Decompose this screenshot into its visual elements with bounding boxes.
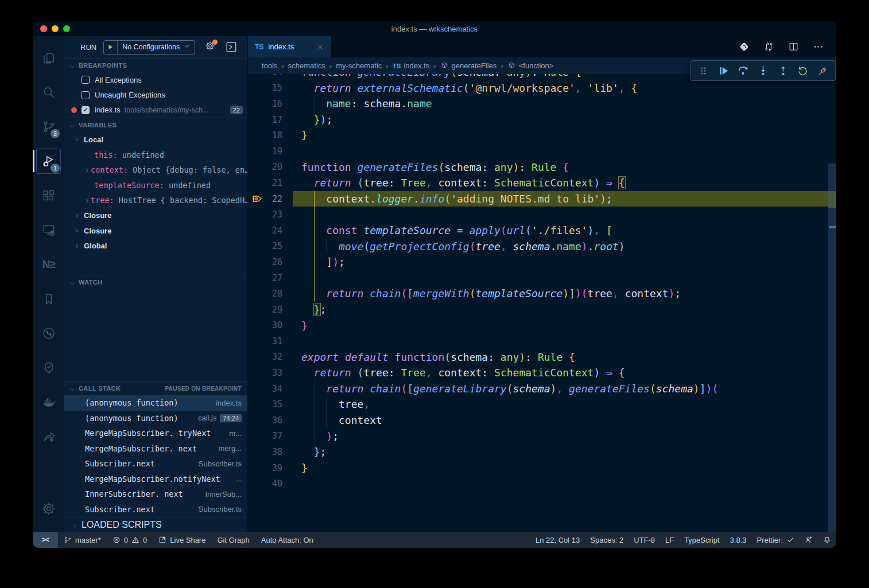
code-text[interactable]: context: [293, 412, 836, 429]
gutter-line-30[interactable]: 30: [248, 318, 293, 334]
launch-config-dropdown[interactable]: No Configurations: [103, 40, 195, 54]
code-viewport[interactable]: 14function generateLibrary(schema: any):…: [248, 74, 836, 532]
statusbar-item-git-graph[interactable]: Git Graph: [211, 532, 255, 548]
step-into-icon[interactable]: [756, 63, 771, 78]
call-stack-frame[interactable]: MergeMapSubscriber._nextmerg...: [64, 441, 247, 457]
code-line[interactable]: 40: [248, 476, 836, 492]
code-line[interactable]: 21 return (tree: Tree, context: Schemati…: [248, 175, 836, 191]
code-text[interactable]: [293, 333, 836, 349]
gutter-line-29[interactable]: 29: [248, 302, 293, 318]
step-out-icon[interactable]: [775, 63, 790, 78]
code-line[interactable]: 23: [248, 207, 836, 223]
configure-gear-button[interactable]: [205, 41, 215, 53]
code-text[interactable]: );: [293, 429, 836, 445]
call-stack-frame[interactable]: (anonymous function)call.js74:24: [64, 411, 247, 426]
variable-scope-closure[interactable]: Closure: [64, 208, 247, 224]
call-stack-header[interactable]: CALL STACK PAUSED ON BREAKPOINT: [64, 381, 247, 395]
statusbar-item[interactable]: [800, 532, 818, 548]
code-text[interactable]: move(getProjectConfig(tree, schema.name)…: [293, 239, 836, 255]
code-text[interactable]: [293, 476, 836, 492]
close-window-button[interactable]: [40, 25, 47, 32]
code-line[interactable]: 38 };: [248, 444, 836, 460]
breakpoint-checkbox[interactable]: [82, 76, 90, 84]
activity-item-nx-console[interactable]: N≥: [33, 247, 64, 282]
split-editor-icon[interactable]: [788, 41, 799, 52]
code-line[interactable]: 20function generateFiles(schema: any): R…: [248, 159, 836, 176]
gutter-line-19[interactable]: 19: [248, 143, 293, 159]
breadcrumb-item[interactable]: schematics: [288, 61, 325, 70]
gutter-line-21[interactable]: 21: [248, 175, 293, 191]
gutter-line-35[interactable]: 35: [248, 396, 293, 412]
code-line[interactable]: 26 ]);: [248, 254, 836, 270]
code-text[interactable]: }: [293, 460, 836, 476]
code-text[interactable]: }: [293, 318, 836, 334]
gutter-line-26[interactable]: 26: [248, 254, 293, 270]
open-changes-icon[interactable]: [739, 41, 750, 52]
statusbar-item-lf[interactable]: LF: [660, 532, 679, 548]
gutter-line-24[interactable]: 24: [248, 223, 293, 239]
breakpoint-item[interactable]: Uncaught Exceptions: [64, 87, 247, 102]
statusbar-item-3-8-3[interactable]: 3.8.3: [725, 532, 752, 548]
gutter-line-15[interactable]: 15: [248, 80, 293, 96]
code-text[interactable]: });: [293, 112, 836, 128]
statusbar-item-spaces-2[interactable]: Spaces: 2: [585, 532, 629, 548]
code-text[interactable]: export default function(schema: any): Ru…: [293, 349, 836, 365]
code-line[interactable]: 35 tree,: [248, 396, 836, 412]
breakpoint-item[interactable]: All Exceptions: [64, 72, 247, 87]
code-line[interactable]: 25 move(getProjectConfig(tree, schema.na…: [248, 239, 836, 255]
gutter-line-40[interactable]: 40: [248, 476, 293, 492]
more-actions-icon[interactable]: [813, 41, 824, 52]
code-line[interactable]: 28 return chain([mergeWith(templateSourc…: [248, 286, 836, 302]
variable-item[interactable]: this:undefined: [64, 147, 247, 163]
continue-icon[interactable]: [716, 63, 731, 78]
code-text[interactable]: [293, 143, 836, 159]
compare-changes-icon[interactable]: [763, 41, 774, 52]
code-line[interactable]: 32export default function(schema: any): …: [248, 349, 836, 365]
activity-item-git-graph-circle[interactable]: [33, 316, 64, 351]
code-text[interactable]: };: [293, 302, 836, 318]
code-text[interactable]: [293, 207, 836, 223]
breadcrumb-item[interactable]: tools: [262, 61, 277, 70]
restart-icon[interactable]: [796, 63, 810, 78]
code-text[interactable]: return externalSchematic('@nrwl/workspac…: [293, 80, 836, 96]
gutter-line-25[interactable]: 25: [248, 239, 293, 255]
activity-item-bookmarks[interactable]: [33, 282, 64, 316]
gutter-line-14[interactable]: 14: [248, 74, 293, 80]
gutter-line-28[interactable]: 28: [248, 286, 293, 302]
tab-index-ts[interactable]: TS index.ts: [248, 36, 331, 57]
code-text[interactable]: context.logger.info('adding NOTES.md to …: [293, 191, 836, 207]
activity-item-run-debug[interactable]: 1: [33, 144, 64, 178]
gutter-line-22[interactable]: 22: [248, 191, 293, 207]
step-over-icon[interactable]: [736, 63, 751, 78]
code-line[interactable]: 31: [248, 333, 836, 349]
call-stack-frame[interactable]: MergeMapSubscriber._tryNextm...: [64, 426, 247, 441]
statusbar-item-live-share[interactable]: Live Share: [153, 532, 211, 548]
gutter-line-18[interactable]: 18: [248, 127, 293, 143]
breakpoint-checkbox[interactable]: [82, 91, 90, 99]
code-line[interactable]: 22 context.logger.info('adding NOTES.md …: [248, 191, 836, 207]
activity-item-share[interactable]: [33, 419, 64, 454]
code-line[interactable]: 34 return chain([generateLibrary(schema)…: [248, 381, 836, 397]
statusbar-item-ln-22-col-13[interactable]: Ln 22, Col 13: [530, 532, 585, 548]
gutter-line-32[interactable]: 32: [248, 349, 293, 365]
code-text[interactable]: return (tree: Tree, context: SchematicCo…: [293, 365, 836, 381]
call-stack-frame[interactable]: Subscriber.nextSubscriber.ts: [64, 456, 247, 472]
breadcrumb-item[interactable]: generateFiles: [440, 61, 497, 70]
code-line[interactable]: 24 const templateSource = apply(url('./f…: [248, 223, 836, 239]
remote-indicator[interactable]: ><: [33, 532, 58, 548]
breadcrumb-item[interactable]: <function>: [507, 61, 554, 70]
gutter-line-34[interactable]: 34: [248, 381, 293, 397]
breakpoint-item[interactable]: ✓index.tstools/schematics/my-sch...22: [64, 103, 247, 118]
variable-scope-global[interactable]: Global: [64, 239, 247, 254]
statusbar-item-utf-8[interactable]: UTF-8: [629, 532, 660, 548]
activity-item-files[interactable]: [33, 41, 64, 75]
code-line[interactable]: 39}: [248, 460, 836, 476]
code-line[interactable]: 15 return externalSchematic('@nrwl/works…: [248, 80, 836, 96]
breakpoints-header[interactable]: BREAKPOINTS: [64, 59, 247, 72]
gutter-line-38[interactable]: 38: [248, 444, 293, 460]
activity-item-docker[interactable]: [33, 385, 64, 419]
code-text[interactable]: name: schema.name: [293, 96, 836, 112]
code-line[interactable]: 17 });: [248, 112, 836, 128]
maximize-window-button[interactable]: [63, 25, 70, 32]
start-debug-button[interactable]: [104, 41, 118, 54]
